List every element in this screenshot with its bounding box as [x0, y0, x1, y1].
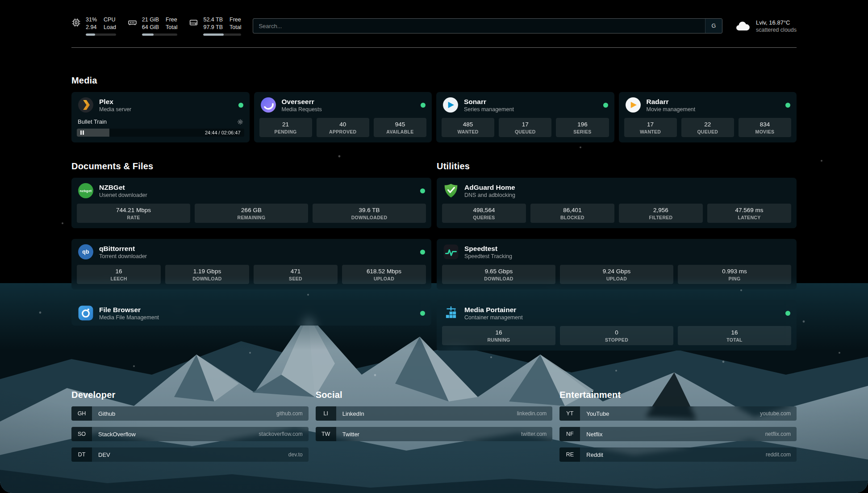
- stat-wanted: 485WANTED: [442, 118, 494, 137]
- nzbget-icon: nzbget: [78, 183, 94, 199]
- sonarr-card[interactable]: Sonarr Series management 485WANTED 17QUE…: [436, 92, 614, 142]
- cpu-load-value: 2.94: [86, 24, 97, 31]
- disk-free-label: Free: [230, 16, 241, 24]
- bookmark-youtube[interactable]: YT YouTube youtube.com: [559, 406, 797, 421]
- stat-downloaded: 39.6 TBDOWNLOADED: [313, 204, 426, 223]
- stat-blocked: 86,401BLOCKED: [530, 204, 614, 223]
- stat-running: 16RUNNING: [442, 326, 555, 345]
- service-desc: Media File Management: [99, 314, 159, 321]
- nzbget-card[interactable]: nzbget NZBGet Usenet downloader 744.21 M…: [71, 178, 431, 228]
- stat-remaining: 266 GBREMAINING: [195, 204, 308, 223]
- filebrowser-card[interactable]: File Browser Media File Management: [71, 300, 431, 326]
- stat-seed: 471SEED: [254, 265, 338, 284]
- status-dot: [603, 103, 608, 108]
- bookmark-abbr: DT: [71, 447, 92, 462]
- stat-queued: 22QUEUED: [681, 118, 734, 137]
- top-bar: 31% 2.94 CPU Load: [71, 0, 797, 36]
- settings-icon[interactable]: [237, 119, 243, 125]
- service-desc: Container management: [464, 314, 523, 321]
- stat-pending: 21PENDING: [259, 118, 312, 137]
- qbittorrent-icon: qb: [78, 244, 94, 260]
- disk-widget: 52.4 TB 97.9 TB Free Total: [189, 16, 241, 36]
- service-desc: Series management: [464, 106, 514, 113]
- bookmark-url: github.com: [276, 410, 309, 417]
- stat-total: 16TOTAL: [678, 326, 791, 345]
- now-playing-title: Bullet Train: [78, 118, 107, 125]
- bookmark-name: Reddit: [586, 451, 603, 458]
- memory-free-value: 21 GiB: [142, 16, 159, 24]
- pause-icon[interactable]: [80, 130, 84, 135]
- overseerr-card[interactable]: Overseerr Media Requests 21PENDING 40APP…: [254, 92, 432, 142]
- bookmark-abbr: LI: [316, 406, 336, 421]
- cpu-icon: [71, 18, 81, 27]
- stat-ping: 0.993 msPING: [678, 265, 791, 284]
- stat-movies: 834MOVIES: [739, 118, 791, 137]
- bookmark-abbr: TW: [316, 427, 336, 441]
- bookmark-twitter[interactable]: TW Twitter twitter.com: [316, 427, 553, 441]
- memory-icon: [128, 18, 137, 27]
- bookmark-url: reddit.com: [766, 451, 797, 458]
- cpu-load-label: Load: [104, 24, 116, 31]
- bookmark-name: StackOverflow: [98, 431, 136, 438]
- bookmark-name: Github: [98, 410, 115, 417]
- bookmark-abbr: RE: [559, 447, 580, 462]
- header-divider: [71, 47, 797, 48]
- radarr-card[interactable]: Radarr Movie management 17WANTED 22QUEUE…: [619, 92, 797, 142]
- memory-progress-track: [142, 33, 178, 36]
- bookmark-dev[interactable]: DT DEV dev.to: [71, 447, 309, 462]
- section-title-utilities: Utilities: [437, 161, 797, 171]
- stat-upload: 618.52 MbpsUPLOAD: [342, 265, 426, 284]
- status-dot: [420, 188, 425, 193]
- section-documents: Documents & Files nzbget NZBGet Usenet d…: [71, 161, 431, 336]
- qbittorrent-card[interactable]: qb qBittorrent Torrent downloader 16LEEC…: [71, 239, 431, 289]
- bookmark-reddit[interactable]: RE Reddit reddit.com: [559, 447, 797, 462]
- stat-approved: 40APPROVED: [317, 118, 369, 137]
- section-title-media: Media: [71, 75, 797, 86]
- stat-download: 9.65 GbpsDOWNLOAD: [442, 265, 555, 284]
- plex-icon: [78, 97, 94, 113]
- bookmark-url: netflix.com: [765, 431, 797, 437]
- bookmark-linkedin[interactable]: LI LinkedIn linkedin.com: [316, 406, 553, 421]
- search-provider-button[interactable]: G: [705, 19, 722, 33]
- bookmark-group-entertainment: Entertainment YT YouTube youtube.com NF …: [559, 390, 797, 462]
- bookmark-url: twitter.com: [521, 431, 552, 437]
- bookmark-url: stackoverflow.com: [259, 431, 309, 437]
- bookmark-group-title: Developer: [71, 390, 309, 400]
- disk-progress-track: [203, 33, 241, 36]
- section-title-documents: Documents & Files: [71, 161, 431, 171]
- service-name: qBittorrent: [99, 244, 147, 253]
- service-name: File Browser: [99, 305, 159, 314]
- plex-card[interactable]: Plex Media server Bullet Train: [71, 92, 250, 142]
- bookmark-url: linkedin.com: [517, 410, 553, 417]
- bookmark-url: dev.to: [288, 451, 309, 458]
- playback-progress-bar[interactable]: 24:44 / 02:06:47: [77, 129, 244, 137]
- bookmark-group-developer: Developer GH Github github.com SO StackO…: [71, 390, 309, 462]
- search-bar: G: [253, 18, 722, 33]
- bookmark-github[interactable]: GH Github github.com: [71, 406, 309, 421]
- cpu-progress-track: [86, 33, 116, 36]
- cpu-usage-value: 31%: [86, 16, 97, 24]
- dashboard: 31% 2.94 CPU Load: [0, 0, 868, 493]
- section-media: Media Plex: [71, 75, 797, 142]
- plex-now-playing: Bullet Train: [71, 117, 250, 142]
- memory-widget: 21 GiB 64 GiB Free Total: [128, 16, 178, 36]
- service-name: Plex: [99, 97, 131, 106]
- memory-total-value: 64 GiB: [142, 24, 159, 31]
- bookmark-netflix[interactable]: NF Netflix netflix.com: [559, 427, 797, 441]
- status-dot: [420, 250, 425, 255]
- service-name: AdGuard Home: [464, 183, 515, 192]
- bookmark-name: Twitter: [342, 431, 359, 438]
- speedtest-icon: [443, 244, 459, 260]
- memory-total-label: Total: [166, 24, 177, 31]
- bookmark-name: Netflix: [586, 431, 602, 438]
- adguard-card[interactable]: AdGuard Home DNS and adblocking 498,564Q…: [437, 178, 797, 228]
- speedtest-card[interactable]: Speedtest Speedtest Tracking 9.65 GbpsDO…: [437, 239, 797, 289]
- portainer-card[interactable]: Media Portainer Container management 16R…: [437, 300, 797, 351]
- bookmark-abbr: YT: [559, 406, 580, 421]
- bookmark-stackoverflow[interactable]: SO StackOverflow stackoverflow.com: [71, 427, 309, 441]
- bookmark-url: youtube.com: [760, 410, 797, 417]
- search-input[interactable]: [253, 18, 722, 33]
- stat-queries: 498,564QUERIES: [442, 204, 526, 223]
- service-desc: DNS and adblocking: [464, 192, 515, 199]
- bookmark-group-social: Social LI LinkedIn linkedin.com TW Twitt…: [316, 390, 553, 441]
